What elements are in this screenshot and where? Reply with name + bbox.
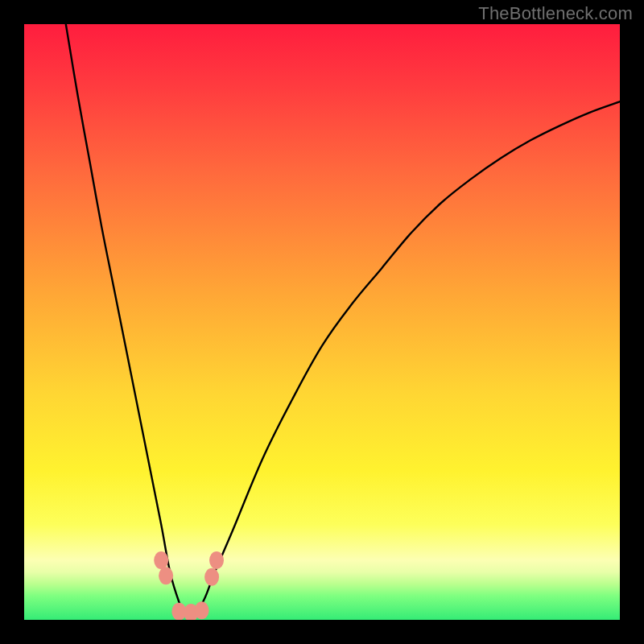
marker-right-upper bbox=[209, 551, 224, 569]
plot-area bbox=[24, 24, 620, 620]
marker-bottom-right bbox=[195, 601, 209, 619]
chart-frame: TheBottleneck.com bbox=[0, 0, 644, 644]
marker-right-lower bbox=[204, 568, 219, 586]
marker-left-lower bbox=[159, 567, 173, 584]
marker-left-upper bbox=[154, 551, 168, 569]
bottleneck-curve bbox=[66, 24, 620, 616]
curve-layer bbox=[24, 24, 620, 620]
curve-markers bbox=[154, 551, 224, 620]
watermark-text: TheBottleneck.com bbox=[478, 3, 633, 24]
